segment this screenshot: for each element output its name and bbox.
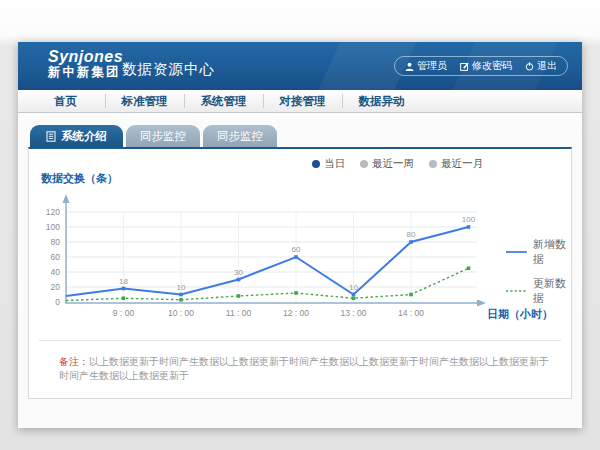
svg-text:0: 0 [55,297,60,307]
change-password-label: 修改密码 [472,59,512,73]
svg-text:40: 40 [51,267,61,277]
user-icon [405,62,414,71]
radio-label: 当日 [324,157,345,171]
header: Synjones 新中新集团 数据资源中心 管理员 修改密码 退出 [18,42,582,90]
power-icon [525,62,534,71]
change-password-button[interactable]: 修改密码 [460,59,512,73]
nav-item-data-change[interactable]: 数据异动 [342,90,421,112]
nav-item-standard-mgmt[interactable]: 标准管理 [105,90,184,112]
tab-label: 同步监控 [217,125,263,147]
radio-dot [429,160,437,168]
logout-button[interactable]: 退出 [525,59,557,73]
chart-panel: 当日 最近一周 最近一月 数据交换（条） 0204060801001209 : … [28,147,572,399]
nav-item-home[interactable]: 首页 [26,90,105,112]
svg-text:60: 60 [51,252,61,262]
chart-legend: 新增数据 更新数据 [506,237,571,315]
nav-item-integration-mgmt[interactable]: 对接管理 [263,90,342,112]
tab-bar: 系统介绍 同步监控 同步监控 [30,125,582,147]
app-window: Synjones 新中新集团 数据资源中心 管理员 修改密码 退出 首页 标准管… [18,42,582,428]
legend-item-new-data: 新增数据 [506,237,571,267]
radio-dot [312,160,320,168]
radio-last-month[interactable]: 最近一月 [429,157,483,171]
logo-company: 新中新集团 [48,66,123,80]
svg-text:80: 80 [407,230,416,239]
svg-text:18: 18 [119,277,128,286]
main-nav: 首页 标准管理 系统管理 对接管理 数据异动 [18,90,582,113]
logo: Synjones 新中新集团 [48,48,123,79]
svg-text:120: 120 [46,207,60,217]
logout-label: 退出 [537,59,557,73]
current-user-button[interactable]: 管理员 [405,59,447,73]
panel-divider [39,340,561,341]
page-title: 数据资源中心 [122,60,215,79]
radio-last-week[interactable]: 最近一周 [360,157,414,171]
tab-sync-monitor-2[interactable]: 同步监控 [203,125,277,147]
radio-today[interactable]: 当日 [312,157,345,171]
svg-text:80: 80 [51,237,61,247]
time-range-filters: 当日 最近一周 最近一月 [312,157,483,171]
logo-brand: Synjones [48,48,123,66]
legend-label: 更新数据 [533,276,571,306]
svg-text:12 : 00: 12 : 00 [283,308,309,318]
svg-text:30: 30 [234,268,243,277]
nav-item-system-mgmt[interactable]: 系统管理 [184,90,263,112]
solid-line-swatch [506,250,527,254]
radio-label: 最近一周 [372,157,414,171]
svg-text:10: 10 [177,283,186,292]
footnote: 备注：以上数据更新于时间产生数据以上数据更新于时间产生数据以上数据更新于时间产生… [59,355,555,383]
current-user-label: 管理员 [417,59,447,73]
svg-text:14 : 00: 14 : 00 [398,308,424,318]
svg-text:9 : 00: 9 : 00 [113,308,135,318]
legend-item-updated-data: 更新数据 [506,276,571,306]
svg-text:10: 10 [349,283,358,292]
radio-dot [360,160,368,168]
legend-label: 新增数据 [533,237,571,267]
footnote-prefix: 备注： [59,356,89,367]
line-chart: 0204060801001209 : 0010 : 0011 : 0012 : … [29,187,499,327]
svg-text:13 : 00: 13 : 00 [341,308,367,318]
content-area: 系统介绍 同步监控 同步监控 当日 最近一周 [18,113,582,427]
dotted-line-swatch [506,289,527,293]
tab-system-intro[interactable]: 系统介绍 [30,125,123,147]
svg-text:11 : 00: 11 : 00 [226,308,252,318]
svg-text:100: 100 [46,222,60,232]
user-toolbar: 管理员 修改密码 退出 [394,56,568,76]
svg-text:20: 20 [51,282,61,292]
tab-label: 同步监控 [140,125,186,147]
edit-icon [460,62,469,71]
svg-text:60: 60 [292,245,301,254]
y-axis-title: 数据交换（条） [41,171,118,186]
radio-label: 最近一月 [441,157,483,171]
svg-text:10 : 00: 10 : 00 [168,308,194,318]
document-icon [46,131,56,142]
tab-sync-monitor-1[interactable]: 同步监控 [126,125,200,147]
svg-text:100: 100 [462,215,476,224]
tab-label: 系统介绍 [61,125,107,147]
footnote-text: 以上数据更新于时间产生数据以上数据更新于时间产生数据以上数据更新于时间产生数据以… [59,356,549,381]
